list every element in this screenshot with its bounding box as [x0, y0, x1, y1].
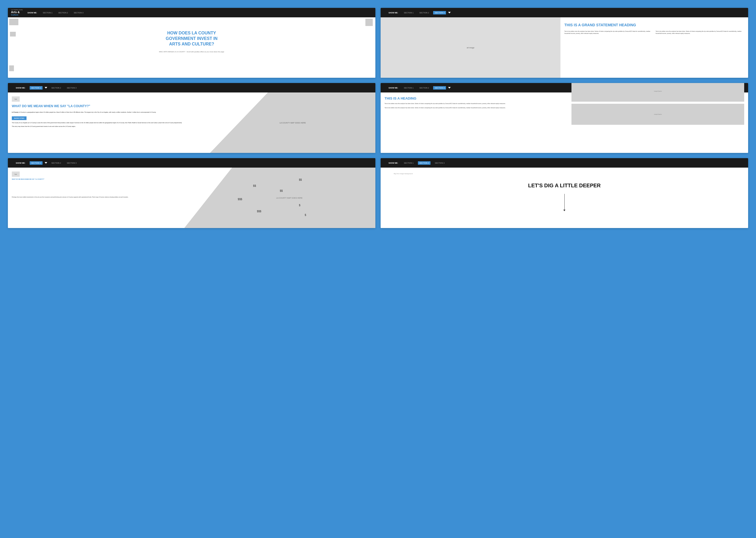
- screen2-col1: Text to be written once the analysis has…: [564, 30, 653, 34]
- dollar-5: $: [299, 204, 301, 207]
- nav-s1-6[interactable]: SECTION 1: [402, 161, 415, 165]
- show-me-label-2: SHOW ME:: [389, 12, 398, 14]
- screen6-arts-label: Big Arts Image background: [386, 173, 413, 175]
- nav-s3-3[interactable]: SECTION 3: [65, 86, 78, 89]
- nav-arrow-5: [45, 162, 47, 164]
- nav-s2-4[interactable]: SECTION 2: [418, 86, 431, 89]
- screen-5-dollars: SHOW ME: SECTION 1 SECTION 2 SECTION 3 l…: [8, 158, 375, 228]
- logo-culture-1: Culture: [11, 14, 23, 16]
- dollar-2: $$: [299, 178, 302, 181]
- screen3-map-area: LA COUNTY MAP GOES HERE: [210, 92, 375, 153]
- dollar-3: $$: [280, 189, 283, 192]
- nav-s1-2[interactable]: SECTION 1: [402, 11, 415, 15]
- nav-logo-1: Los Angeles County Arts & Culture: [11, 9, 23, 16]
- show-me-label-5: SHOW ME:: [16, 162, 25, 164]
- lacounty-body2: The County of Los Angeles (or LA County)…: [12, 122, 206, 124]
- screen5-map-label: LA COUNTY MAP GOES HERE: [276, 197, 303, 199]
- screen-6-deeper: SHOW ME: SECTION 1 SECTION 2 SECTION 3 B…: [381, 158, 748, 228]
- nav-arrow-3: [45, 87, 47, 88]
- screen-4-charts: SHOW ME: SECTION 1 SECTION 2 SECTION 3 m…: [381, 83, 748, 153]
- nav-s2-3[interactable]: SECTION 2: [50, 86, 63, 89]
- map-thumb-1: map/charts: [571, 83, 744, 102]
- screen1-body: HOW DOES LA COUNTY GOVERNMENT INVEST IN …: [8, 17, 375, 78]
- nav-section3-1[interactable]: SECTION 3: [72, 11, 85, 15]
- decorative-rect-3: [10, 32, 16, 36]
- nav-bar-1: Los Angeles County Arts & Culture SHOW M…: [8, 8, 375, 17]
- nav-section1-1[interactable]: SECTION 1: [41, 11, 54, 15]
- show-me-label-4: SHOW ME:: [389, 87, 398, 89]
- dollar-6: $$$: [257, 210, 261, 213]
- decorative-rect-2: [365, 19, 373, 26]
- screen5-body: logo WHAT DO WE MEAN WHEN WE SAY "LA COU…: [8, 168, 375, 228]
- screen-3-map: SHOW ME: SECTION 1 SECTION 2 SECTION 3 l…: [8, 83, 375, 153]
- show-me-label-1: SHOW ME:: [27, 12, 37, 14]
- nav-s2-5[interactable]: SECTION 2: [50, 161, 63, 165]
- nav-s3-5[interactable]: SECTION 3: [65, 161, 78, 165]
- lacounty-body3: This story map shows how the LA County g…: [12, 125, 206, 128]
- nav-s3-2[interactable]: SECTION 3: [433, 11, 446, 15]
- nav-bar-6: SHOW ME: SECTION 1 SECTION 2 SECTION 3: [381, 158, 748, 168]
- screen-1-hero: Los Angeles County Arts & Culture SHOW M…: [8, 8, 375, 78]
- screen5-breadcrumb: WHAT DO WE MEAN WHEN WE SAY "LA COUNTY?": [12, 178, 180, 180]
- hero-subtitle: MISC ARTS IMAGES of LA COUNTY - Scroll w…: [13, 51, 370, 53]
- screen4-body: map/charts map/charts THIS IS A HEADING …: [381, 92, 748, 153]
- nav-bar-5: SHOW ME: SECTION 1 SECTION 2 SECTION 3: [8, 158, 375, 168]
- dig-deeper-heading: LET'S DIG A LITTLE DEEPER: [528, 182, 601, 188]
- lacounty-heading: WHAT DO WE MEAN WHEN WE SAY "LA COUNTY?": [12, 104, 206, 108]
- screen3-text-area: logo WHAT DO WE MEAN WHEN WE SAY "LA COU…: [8, 92, 210, 153]
- nav-s3-4[interactable]: SECTION 3: [433, 86, 446, 89]
- dollar-4: $$$: [238, 198, 242, 201]
- screen2-text-columns: Text to be written once the analysis has…: [564, 30, 744, 34]
- hero-title: HOW DOES LA COUNTY GOVERNMENT INVEST IN …: [163, 30, 220, 47]
- screen4-maps: map/charts map/charts: [571, 83, 744, 125]
- nav-arrow-4: [448, 87, 451, 88]
- nav-section2-1[interactable]: SECTION 2: [57, 11, 70, 15]
- screenshot-grid: Los Angeles County Arts & Culture SHOW M…: [8, 8, 748, 228]
- nav-s3-6[interactable]: SECTION 3: [433, 161, 446, 165]
- screen-2-grand: SHOW ME: SECTION 1 SECTION 2 SECTION 3 a…: [381, 8, 748, 78]
- nav-s1-5[interactable]: SECTION 1: [30, 161, 42, 165]
- art-image-placeholder: art image: [381, 17, 560, 78]
- dollar-7: $: [305, 214, 306, 216]
- map-thumb-2: map/charts: [571, 104, 744, 125]
- screen2-col2: Text to be written once the analysis has…: [656, 30, 744, 34]
- screen3-logo: logo: [12, 96, 20, 102]
- decorative-rect-4: [9, 65, 14, 71]
- nav-s1-3[interactable]: SECTION 1: [30, 86, 42, 89]
- screen5-text: logo WHAT DO WE MEAN WHEN WE SAY "LA COU…: [8, 168, 184, 228]
- screen5-body: Perhaps the most visible investments in …: [12, 196, 180, 198]
- screen6-body: Big Arts Image background LET'S DIG A LI…: [381, 168, 748, 228]
- show-me-label-6: SHOW ME:: [389, 162, 398, 164]
- logo-arts-1: Arts &: [11, 11, 23, 14]
- nav-s2-2[interactable]: SECTION 2: [418, 11, 431, 15]
- decorative-rect-1: [9, 19, 19, 25]
- dollar-1: $$: [253, 185, 256, 187]
- lacounty-body1: LA County LA County is a geographical re…: [12, 111, 206, 113]
- screen2-text-area: THIS IS A GRAND STATEMENT HEADING Text t…: [560, 17, 748, 78]
- nav-bar-2: SHOW ME: SECTION 1 SECTION 2 SECTION 3: [381, 8, 748, 17]
- down-arrow-line: [564, 194, 565, 210]
- nav-s1-4[interactable]: SECTION 1: [402, 86, 415, 89]
- show-cities-button[interactable]: SHOW CITIES: [12, 116, 26, 120]
- screen5-map: LA COUNTY MAP GOES HERE $$ $$ $$ $$$ $ $…: [184, 168, 375, 228]
- grand-heading: THIS IS A GRAND STATEMENT HEADING: [564, 23, 744, 27]
- nav-bar-3: SHOW ME: SECTION 1 SECTION 2 SECTION 3: [8, 83, 375, 92]
- nav-s2-6[interactable]: SECTION 2: [418, 161, 431, 165]
- nav-arrow-2: [448, 12, 451, 13]
- map-label-3: LA COUNTY MAP GOES HERE: [280, 122, 306, 124]
- screen3-body: logo WHAT DO WE MEAN WHEN WE SAY "LA COU…: [8, 92, 375, 153]
- screen5-logo: logo: [12, 172, 20, 177]
- show-me-label-3: SHOW ME:: [16, 87, 25, 89]
- screen2-body: art image THIS IS A GRAND STATEMENT HEAD…: [381, 17, 748, 78]
